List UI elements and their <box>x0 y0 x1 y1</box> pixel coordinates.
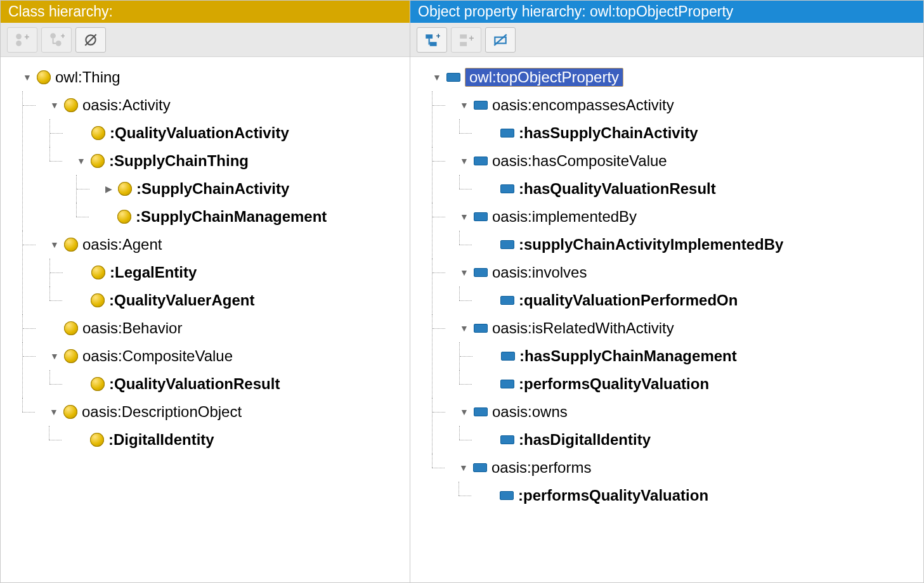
tree-node-supplychainthing[interactable]: :SupplyChainThing <box>76 147 407 175</box>
tree-node-legalentity[interactable]: :LegalEntity <box>77 259 407 286</box>
object-property-icon <box>472 460 488 475</box>
tree-node-oasis-performs[interactable]: oasis:performs <box>459 454 921 482</box>
expand-toggle-icon[interactable] <box>76 157 86 165</box>
svg-point-0 <box>16 34 22 39</box>
tree-node-oasis-isrelatedwithactivity[interactable]: oasis:isRelatedWithActivity <box>459 314 921 342</box>
expand-toggle-icon[interactable] <box>22 73 32 82</box>
expand-toggle-icon[interactable] <box>459 324 469 333</box>
expand-toggle-icon[interactable] <box>459 463 469 472</box>
object-property-icon <box>500 237 515 252</box>
tree-node-supplychainactivity[interactable]: :SupplyChainActivity <box>103 175 407 203</box>
class-tree[interactable]: owl:Thingoasis:Activity:QualityValuation… <box>1 57 410 582</box>
tree-node-label: :LegalEntity <box>110 265 197 280</box>
tree-node-label: owl:topObjectProperty <box>465 68 623 87</box>
tree-node-label: :SupplyChainThing <box>109 153 249 169</box>
expand-toggle-icon[interactable] <box>103 184 114 193</box>
delete-class-button[interactable] <box>75 27 106 53</box>
tree-node-hasqualityvaluationresult[interactable]: :hasQualityValuationResult <box>486 175 921 203</box>
tree-node-qualityvaluationperformedon[interactable]: :qualityValuationPerformedOn <box>486 286 921 314</box>
tree-node-oasis-implementedby[interactable]: oasis:implementedBy <box>459 203 921 231</box>
tree-node-oasis-compositevalue[interactable]: oasis:CompositeValue <box>49 342 407 370</box>
tree-node-oasis-encompassesactivity[interactable]: oasis:encompassesActivity <box>459 91 921 119</box>
tree-node-label: :SupplyChainActivity <box>136 181 289 196</box>
object-property-icon <box>500 349 516 364</box>
add-subclass-button[interactable]: + <box>41 27 72 53</box>
tree-node-label: :hasSupplyChainManagement <box>519 349 737 364</box>
class-icon <box>63 237 79 252</box>
svg-rect-11 <box>460 34 467 39</box>
tree-node-performsqualityvaluation[interactable]: :performsQualityValuation <box>486 370 921 398</box>
class-icon <box>36 70 51 85</box>
expand-toggle-icon[interactable] <box>459 157 469 165</box>
svg-point-1 <box>16 41 22 46</box>
expand-toggle-icon[interactable] <box>49 240 60 249</box>
class-icon <box>90 376 105 392</box>
tree-node-label: oasis:DescriptionObject <box>82 404 242 420</box>
expand-toggle-icon[interactable] <box>432 73 442 82</box>
tree-node-performsqualityvaluation[interactable]: :performsQualityValuation <box>485 482 921 509</box>
class-hierarchy-toolbar: + + <box>1 23 410 57</box>
tree-node-qualityvaluationactivity[interactable]: :QualityValuationActivity <box>77 119 407 147</box>
tree-node-oasis-descriptionobject[interactable]: oasis:DescriptionObject <box>49 398 407 426</box>
tree-node-hassupplychainmanagement[interactable]: :hasSupplyChainManagement <box>486 342 921 370</box>
object-property-icon <box>500 293 515 308</box>
tree-node-oasis-behavior[interactable]: oasis:Behavior <box>49 314 407 342</box>
tree-node-owl-topobjectproperty[interactable]: owl:topObjectProperty <box>432 63 921 91</box>
object-property-icon <box>473 265 488 280</box>
expand-toggle-icon[interactable] <box>49 101 60 110</box>
tree-node-oasis-hascompositevalue[interactable]: oasis:hasCompositeValue <box>459 147 921 175</box>
object-property-icon <box>499 488 514 503</box>
expand-toggle-icon[interactable] <box>459 212 469 221</box>
class-icon <box>91 265 106 280</box>
add-sibling-icon: + <box>14 32 30 48</box>
tree-node-owl-thing[interactable]: owl:Thing <box>22 63 407 91</box>
expand-toggle-icon[interactable] <box>459 101 469 110</box>
add-sibling-property-button[interactable]: + <box>451 27 481 53</box>
add-subproperty-button[interactable]: + <box>417 27 447 53</box>
svg-text:+: + <box>61 32 65 41</box>
object-property-icon <box>473 321 488 336</box>
add-sibling-class-button[interactable]: + <box>7 27 37 53</box>
object-property-icon <box>473 404 488 420</box>
expand-toggle-icon[interactable] <box>459 268 469 277</box>
tree-node-label: :QualityValuationResult <box>109 376 280 392</box>
tree-node-oasis-involves[interactable]: oasis:involves <box>459 259 921 286</box>
tree-node-oasis-agent[interactable]: oasis:Agent <box>49 231 407 259</box>
delete-property-button[interactable] <box>485 27 516 53</box>
object-property-tree[interactable]: owl:topObjectPropertyoasis:encompassesAc… <box>410 57 923 582</box>
delete-property-icon <box>492 32 509 48</box>
svg-rect-8 <box>426 34 433 39</box>
tree-node-qualityvalueragent[interactable]: :QualityValuerAgent <box>76 286 407 314</box>
expand-toggle-icon[interactable] <box>49 352 60 361</box>
tree-node-supplychainactivityimplementedby[interactable]: :supplyChainActivityImplementedBy <box>486 231 921 259</box>
class-hierarchy-title: Class hierarchy: <box>1 1 410 23</box>
svg-text:+: + <box>436 32 441 41</box>
tree-node-oasis-owns[interactable]: oasis:owns <box>459 398 921 426</box>
tree-node-supplychainmanagement[interactable]: :SupplyChainManagement <box>103 203 407 231</box>
tree-node-label: oasis:implementedBy <box>492 209 637 224</box>
svg-rect-12 <box>460 42 467 46</box>
tree-node-label: oasis:Agent <box>82 237 162 252</box>
tree-node-hassupplychainactivity[interactable]: :hasSupplyChainActivity <box>486 119 921 147</box>
class-icon <box>90 153 105 169</box>
class-icon <box>117 181 133 196</box>
tree-node-label: oasis:isRelatedWithActivity <box>492 321 674 336</box>
class-icon <box>63 321 79 336</box>
tree-node-label: :hasDigitalIdentity <box>519 432 651 447</box>
tree-node-label: owl:Thing <box>55 70 120 85</box>
tree-node-digitalidentity[interactable]: :DigitalIdentity <box>75 426 407 454</box>
tree-node-label: :QualityValuerAgent <box>109 293 254 308</box>
class-icon <box>63 404 78 420</box>
object-property-icon <box>446 70 461 85</box>
tree-node-qualityvaluationresult[interactable]: :QualityValuationResult <box>76 370 407 398</box>
add-sibling-property-icon: + <box>458 32 474 48</box>
expand-toggle-icon[interactable] <box>459 407 469 416</box>
tree-node-oasis-activity[interactable]: oasis:Activity <box>49 91 407 119</box>
expand-toggle-icon[interactable] <box>49 407 59 416</box>
class-icon <box>91 125 106 141</box>
object-property-icon <box>500 376 515 392</box>
tree-node-hasdigitalidentity[interactable]: :hasDigitalIdentity <box>486 426 921 454</box>
tree-node-label: :performsQualityValuation <box>519 376 709 392</box>
tree-node-label: :SupplyChainManagement <box>136 209 327 224</box>
tree-node-label: oasis:performs <box>491 460 591 475</box>
